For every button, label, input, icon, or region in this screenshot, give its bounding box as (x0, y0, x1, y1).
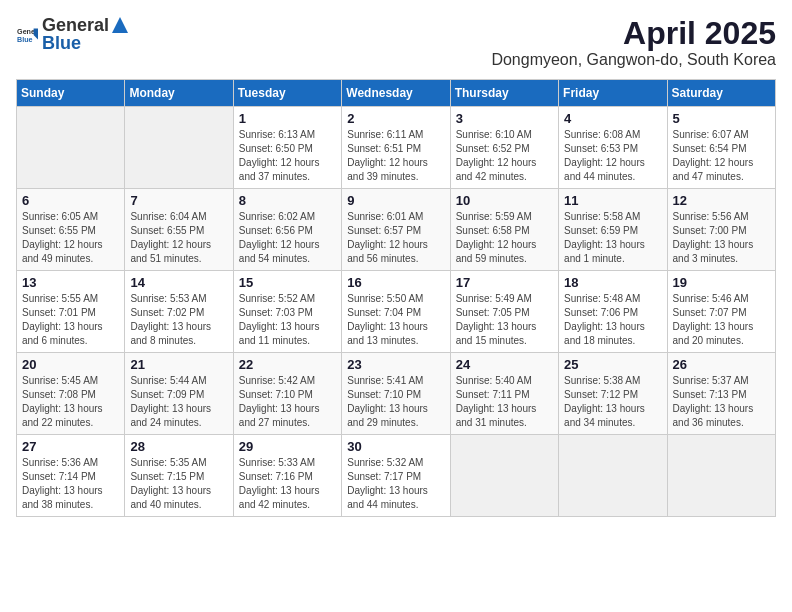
calendar-cell: 2Sunrise: 6:11 AM Sunset: 6:51 PM Daylig… (342, 107, 450, 189)
day-info: Sunrise: 6:05 AM Sunset: 6:55 PM Dayligh… (22, 210, 119, 266)
calendar-cell: 1Sunrise: 6:13 AM Sunset: 6:50 PM Daylig… (233, 107, 341, 189)
day-number: 17 (456, 275, 553, 290)
calendar-week-row: 13Sunrise: 5:55 AM Sunset: 7:01 PM Dayli… (17, 271, 776, 353)
day-number: 16 (347, 275, 444, 290)
day-number: 11 (564, 193, 661, 208)
day-number: 24 (456, 357, 553, 372)
day-info: Sunrise: 5:50 AM Sunset: 7:04 PM Dayligh… (347, 292, 444, 348)
day-info: Sunrise: 5:37 AM Sunset: 7:13 PM Dayligh… (673, 374, 770, 430)
calendar-cell: 4Sunrise: 6:08 AM Sunset: 6:53 PM Daylig… (559, 107, 667, 189)
calendar-header-row: SundayMondayTuesdayWednesdayThursdayFrid… (17, 80, 776, 107)
day-info: Sunrise: 5:38 AM Sunset: 7:12 PM Dayligh… (564, 374, 661, 430)
day-info: Sunrise: 6:10 AM Sunset: 6:52 PM Dayligh… (456, 128, 553, 184)
calendar-cell: 28Sunrise: 5:35 AM Sunset: 7:15 PM Dayli… (125, 435, 233, 517)
calendar-cell (667, 435, 775, 517)
calendar-cell (559, 435, 667, 517)
day-number: 18 (564, 275, 661, 290)
day-info: Sunrise: 6:04 AM Sunset: 6:55 PM Dayligh… (130, 210, 227, 266)
calendar-cell: 5Sunrise: 6:07 AM Sunset: 6:54 PM Daylig… (667, 107, 775, 189)
logo-blue-text: Blue (42, 33, 81, 53)
day-number: 19 (673, 275, 770, 290)
calendar-cell (450, 435, 558, 517)
calendar-cell: 26Sunrise: 5:37 AM Sunset: 7:13 PM Dayli… (667, 353, 775, 435)
day-info: Sunrise: 5:41 AM Sunset: 7:10 PM Dayligh… (347, 374, 444, 430)
header: General Blue General Blue April 2025 Don… (16, 16, 776, 69)
day-number: 1 (239, 111, 336, 126)
day-info: Sunrise: 6:07 AM Sunset: 6:54 PM Dayligh… (673, 128, 770, 184)
calendar-cell: 3Sunrise: 6:10 AM Sunset: 6:52 PM Daylig… (450, 107, 558, 189)
day-number: 12 (673, 193, 770, 208)
day-info: Sunrise: 5:53 AM Sunset: 7:02 PM Dayligh… (130, 292, 227, 348)
day-number: 2 (347, 111, 444, 126)
calendar-week-row: 6Sunrise: 6:05 AM Sunset: 6:55 PM Daylig… (17, 189, 776, 271)
day-number: 29 (239, 439, 336, 454)
day-info: Sunrise: 5:35 AM Sunset: 7:15 PM Dayligh… (130, 456, 227, 512)
calendar-cell: 20Sunrise: 5:45 AM Sunset: 7:08 PM Dayli… (17, 353, 125, 435)
day-header-wednesday: Wednesday (342, 80, 450, 107)
calendar-cell: 30Sunrise: 5:32 AM Sunset: 7:17 PM Dayli… (342, 435, 450, 517)
day-number: 22 (239, 357, 336, 372)
calendar-cell: 11Sunrise: 5:58 AM Sunset: 6:59 PM Dayli… (559, 189, 667, 271)
day-number: 23 (347, 357, 444, 372)
calendar-cell: 10Sunrise: 5:59 AM Sunset: 6:58 PM Dayli… (450, 189, 558, 271)
calendar-week-row: 1Sunrise: 6:13 AM Sunset: 6:50 PM Daylig… (17, 107, 776, 189)
day-info: Sunrise: 5:58 AM Sunset: 6:59 PM Dayligh… (564, 210, 661, 266)
day-info: Sunrise: 6:08 AM Sunset: 6:53 PM Dayligh… (564, 128, 661, 184)
day-number: 20 (22, 357, 119, 372)
svg-text:Blue: Blue (17, 35, 33, 43)
svg-marker-3 (112, 17, 128, 33)
day-info: Sunrise: 6:13 AM Sunset: 6:50 PM Dayligh… (239, 128, 336, 184)
day-number: 6 (22, 193, 119, 208)
day-number: 5 (673, 111, 770, 126)
day-number: 27 (22, 439, 119, 454)
logo-general-text: General (42, 16, 109, 34)
svg-marker-2 (34, 28, 38, 39)
day-header-sunday: Sunday (17, 80, 125, 107)
day-number: 14 (130, 275, 227, 290)
logo-icon: General Blue (16, 24, 38, 46)
day-number: 9 (347, 193, 444, 208)
calendar-cell: 25Sunrise: 5:38 AM Sunset: 7:12 PM Dayli… (559, 353, 667, 435)
day-number: 21 (130, 357, 227, 372)
day-header-saturday: Saturday (667, 80, 775, 107)
day-info: Sunrise: 5:36 AM Sunset: 7:14 PM Dayligh… (22, 456, 119, 512)
calendar-cell: 12Sunrise: 5:56 AM Sunset: 7:00 PM Dayli… (667, 189, 775, 271)
title-area: April 2025 Dongmyeon, Gangwon-do, South … (491, 16, 776, 69)
day-number: 15 (239, 275, 336, 290)
calendar-week-row: 20Sunrise: 5:45 AM Sunset: 7:08 PM Dayli… (17, 353, 776, 435)
day-info: Sunrise: 5:56 AM Sunset: 7:00 PM Dayligh… (673, 210, 770, 266)
day-number: 10 (456, 193, 553, 208)
day-info: Sunrise: 5:46 AM Sunset: 7:07 PM Dayligh… (673, 292, 770, 348)
calendar-cell: 22Sunrise: 5:42 AM Sunset: 7:10 PM Dayli… (233, 353, 341, 435)
day-info: Sunrise: 6:02 AM Sunset: 6:56 PM Dayligh… (239, 210, 336, 266)
calendar-cell: 19Sunrise: 5:46 AM Sunset: 7:07 PM Dayli… (667, 271, 775, 353)
day-info: Sunrise: 5:42 AM Sunset: 7:10 PM Dayligh… (239, 374, 336, 430)
day-header-friday: Friday (559, 80, 667, 107)
day-header-thursday: Thursday (450, 80, 558, 107)
day-info: Sunrise: 5:44 AM Sunset: 7:09 PM Dayligh… (130, 374, 227, 430)
calendar-cell: 17Sunrise: 5:49 AM Sunset: 7:05 PM Dayli… (450, 271, 558, 353)
day-header-tuesday: Tuesday (233, 80, 341, 107)
day-info: Sunrise: 5:49 AM Sunset: 7:05 PM Dayligh… (456, 292, 553, 348)
calendar-cell: 14Sunrise: 5:53 AM Sunset: 7:02 PM Dayli… (125, 271, 233, 353)
calendar-cell: 24Sunrise: 5:40 AM Sunset: 7:11 PM Dayli… (450, 353, 558, 435)
day-info: Sunrise: 5:33 AM Sunset: 7:16 PM Dayligh… (239, 456, 336, 512)
logo-triangle-icon (111, 16, 129, 34)
calendar-cell: 16Sunrise: 5:50 AM Sunset: 7:04 PM Dayli… (342, 271, 450, 353)
calendar-subtitle: Dongmyeon, Gangwon-do, South Korea (491, 51, 776, 69)
day-number: 7 (130, 193, 227, 208)
calendar-cell: 13Sunrise: 5:55 AM Sunset: 7:01 PM Dayli… (17, 271, 125, 353)
calendar-cell: 7Sunrise: 6:04 AM Sunset: 6:55 PM Daylig… (125, 189, 233, 271)
calendar-table: SundayMondayTuesdayWednesdayThursdayFrid… (16, 79, 776, 517)
calendar-cell: 18Sunrise: 5:48 AM Sunset: 7:06 PM Dayli… (559, 271, 667, 353)
calendar-title: April 2025 (491, 16, 776, 51)
day-number: 4 (564, 111, 661, 126)
day-info: Sunrise: 5:59 AM Sunset: 6:58 PM Dayligh… (456, 210, 553, 266)
day-info: Sunrise: 6:11 AM Sunset: 6:51 PM Dayligh… (347, 128, 444, 184)
day-info: Sunrise: 5:32 AM Sunset: 7:17 PM Dayligh… (347, 456, 444, 512)
day-info: Sunrise: 5:55 AM Sunset: 7:01 PM Dayligh… (22, 292, 119, 348)
calendar-cell (17, 107, 125, 189)
day-info: Sunrise: 5:45 AM Sunset: 7:08 PM Dayligh… (22, 374, 119, 430)
calendar-cell: 6Sunrise: 6:05 AM Sunset: 6:55 PM Daylig… (17, 189, 125, 271)
day-number: 28 (130, 439, 227, 454)
